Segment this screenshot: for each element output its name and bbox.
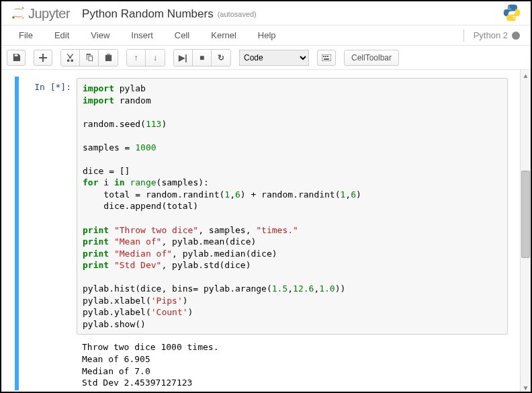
vertical-scrollbar[interactable]: ▲ ▼ [520,70,531,393]
jupyter-logo-icon [11,5,26,23]
svg-point-1 [12,16,15,19]
scroll-down-arrow-icon[interactable]: ▼ [521,382,531,393]
cell-input: In [*]: import pylab import random rando… [21,78,508,335]
menu-cell[interactable]: Cell [164,26,200,44]
menu-help[interactable]: Help [247,26,287,44]
cut-icon [66,53,75,62]
command-palette-button[interactable] [317,50,336,66]
plus-icon [39,54,47,62]
code-editor[interactable]: import pylab import random random.seed(1… [77,78,508,335]
move-down-button[interactable]: ↓ [146,50,165,66]
run-group: ▶| ■ ↻ [173,49,231,67]
input-prompt: In [*]: [21,78,77,335]
notebook-scroll[interactable]: In [*]: import pylab import random rando… [1,70,520,393]
run-step-icon: ▶| [179,53,187,62]
celltype-select[interactable]: Code Markdown Raw NBConvert Heading [239,50,309,66]
output-text: Throw two dice 1000 times. Mean of 6.905… [77,337,508,388]
menu-edit[interactable]: Edit [44,26,80,44]
run-button[interactable]: ▶| [174,50,193,66]
jupyter-logo[interactable]: Jupyter [11,5,70,23]
svg-rect-5 [325,56,326,57]
menu-kernel[interactable]: Kernel [200,26,247,44]
autosave-status: (autosaved) [218,10,257,18]
toolbar: ↑ ↓ ▶| ■ ↻ Code Markdown Raw NBConvert H… [1,46,531,70]
save-icon [12,53,21,62]
svg-rect-4 [323,56,324,57]
move-group: ↑ ↓ [126,49,165,67]
kernel-busy-icon [512,32,520,40]
interrupt-button[interactable]: ■ [193,50,212,66]
restart-button[interactable]: ↻ [212,50,230,66]
notebook-header: Jupyter Python Random Numbers (autosaved… [1,1,531,26]
scroll-thumb[interactable] [521,171,530,258]
paste-icon [104,53,113,62]
menu-file[interactable]: File [8,26,44,44]
scroll-up-arrow-icon[interactable]: ▲ [521,70,531,81]
cut-copy-paste-group [60,49,118,67]
svg-rect-6 [327,56,328,57]
keyboard-icon [322,54,331,61]
insert-cell-button[interactable] [34,50,52,66]
cut-button[interactable] [61,50,80,66]
notebook-name[interactable]: Python Random Numbers [82,7,214,21]
restart-icon: ↻ [218,53,224,62]
notebook-container: In [*]: import pylab import random rando… [1,70,531,393]
arrow-up-icon: ↑ [134,53,138,62]
code-cell[interactable]: In [*]: import pylab import random rando… [15,77,508,390]
copy-button[interactable] [80,50,99,66]
svg-rect-7 [324,58,329,60]
stop-icon: ■ [200,53,204,62]
save-button[interactable] [7,50,26,66]
kernel-name: Python 2 [474,30,508,40]
copy-icon [85,53,93,62]
cell-output: Throw two dice 1000 times. Mean of 6.905… [21,337,508,388]
menu-view[interactable]: View [80,26,120,44]
kernel-indicator: Python 2 [463,30,524,42]
svg-point-0 [22,7,24,9]
paste-button[interactable] [99,50,118,66]
python-logo-icon [502,3,521,24]
celltoolbar-button[interactable]: CellToolbar [344,50,399,66]
svg-rect-3 [322,54,331,61]
svg-point-2 [22,17,24,19]
menu-insert[interactable]: Insert [120,26,164,44]
arrow-down-icon: ↓ [153,53,157,62]
move-up-button[interactable]: ↑ [127,50,146,66]
output-prompt [21,337,77,388]
jupyter-word: Jupyter [28,6,70,21]
menubar: File Edit View Insert Cell Kernel Help P… [1,26,531,46]
